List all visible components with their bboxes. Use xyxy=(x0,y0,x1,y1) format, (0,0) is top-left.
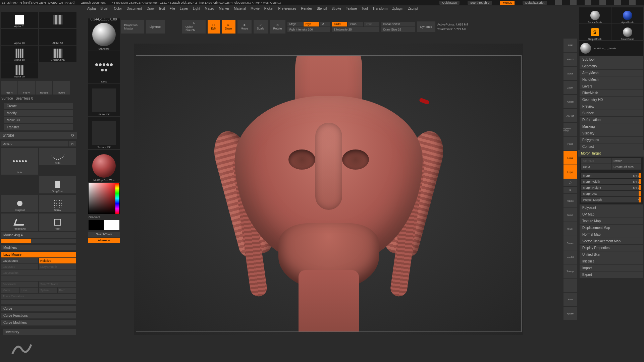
morphtarget-header[interactable]: Morph Target xyxy=(578,150,644,157)
persp-button[interactable]: Dynamic Persp xyxy=(564,123,577,136)
menu-item[interactable]: Movie xyxy=(251,7,260,10)
z-intensity-slider[interactable]: Z Intensity 25 xyxy=(332,27,379,32)
spix-slider[interactable]: SPix 3 xyxy=(564,53,577,66)
tool-simplebrush[interactable]: SSimpleBrush xyxy=(579,24,611,40)
circle-icon[interactable]: ◯ xyxy=(564,179,577,186)
color-swatch-white[interactable] xyxy=(104,220,119,230)
menu-item[interactable]: Alpha xyxy=(87,7,96,10)
window-icon[interactable] xyxy=(570,0,577,5)
maximize-icon[interactable] xyxy=(614,0,621,5)
canvas[interactable]: 0.244,-1.186,0.08 xyxy=(134,44,523,335)
panel-item-visibility[interactable]: Visibility xyxy=(580,130,643,136)
ghost-button[interactable] xyxy=(564,279,577,292)
panel-item-arraymesh[interactable]: ArrayMesh xyxy=(580,70,643,76)
tool-eraserbrush[interactable]: EraserBrush xyxy=(611,24,643,40)
viewport[interactable] xyxy=(136,55,522,332)
make3d-menu[interactable]: Make 3D xyxy=(4,117,73,123)
transfer-menu[interactable]: Transfer xyxy=(4,124,73,130)
stroke-dragdot[interactable]: DragDot xyxy=(1,195,38,212)
panel-item-fibermesh[interactable]: FiberMesh xyxy=(580,90,643,96)
rotate-button[interactable]: Rotate xyxy=(564,236,577,250)
frame-button[interactable]: Frame xyxy=(564,194,577,207)
tool-workflow[interactable]: workflow_L_details xyxy=(579,41,643,56)
morphdist-slider[interactable]: MorphDist xyxy=(581,191,641,196)
inverse-button[interactable]: Invers xyxy=(53,81,70,95)
close-icon[interactable] xyxy=(629,0,636,5)
aahalf-button[interactable]: AAHalf xyxy=(564,109,577,122)
matcap[interactable]: MatCap Red Wax xyxy=(88,150,120,182)
color-swatch-black[interactable] xyxy=(89,220,104,230)
alpha-swatch[interactable]: Alpha 01 xyxy=(1,12,38,28)
quicksave-button[interactable]: QuickSave xyxy=(439,1,460,5)
menu-item[interactable]: Draw xyxy=(147,7,154,10)
alpha-swatch[interactable]: Alpha 59 xyxy=(1,62,38,78)
lazyradius-slider[interactable]: LazyRadius xyxy=(1,270,76,276)
panel-item-masking[interactable]: Masking xyxy=(580,123,643,130)
panel-item-geometry[interactable]: Geometry xyxy=(580,63,643,69)
alpha-swatch[interactable]: Alpha 60 xyxy=(1,46,38,62)
panel-item-preview[interactable]: Preview xyxy=(580,103,643,110)
menu-item[interactable]: Preferences xyxy=(278,7,297,10)
gradient-label[interactable]: Gradient xyxy=(88,215,120,220)
panel-item-polypaint[interactable]: Polypaint xyxy=(580,204,643,211)
modifiers-header[interactable]: Modifiers xyxy=(1,245,76,250)
morph-slider[interactable]: Morphs·v·z xyxy=(581,173,641,178)
menu-item[interactable]: Render xyxy=(301,7,312,10)
storemt-button[interactable]: StoreMT xyxy=(581,158,611,164)
dots-slider[interactable]: Dots. 0 xyxy=(1,141,68,146)
menu-item[interactable]: Edit xyxy=(159,7,165,10)
menu-item[interactable]: Marker xyxy=(219,7,229,10)
mrgb-button[interactable]: Mrgb xyxy=(287,22,303,26)
menu-item[interactable]: Zplugin xyxy=(392,7,404,10)
menu-item[interactable]: Zscript xyxy=(408,7,418,10)
alpha-off[interactable]: Alpha Off xyxy=(88,84,120,116)
lightbox-button[interactable]: LightBox xyxy=(146,20,165,34)
draw-size-slider[interactable]: Draw Size 25 xyxy=(381,27,415,32)
menu-item[interactable]: File xyxy=(170,7,175,10)
solo-button[interactable]: Solo xyxy=(564,293,577,306)
morphheight-slider[interactable]: Morph Heights·v·z xyxy=(581,185,641,190)
linefill-button[interactable]: Line Fill xyxy=(564,250,577,264)
projection-master[interactable]: Projection Master xyxy=(121,20,144,34)
floor-button[interactable]: Floor xyxy=(564,137,577,150)
stroke-spray[interactable]: Spray xyxy=(39,195,76,212)
inventory-section[interactable]: Inventory xyxy=(3,329,76,335)
panel-item-surface[interactable]: Surface xyxy=(580,110,643,116)
panel-item-export[interactable]: Export xyxy=(580,272,643,278)
scroll-button[interactable]: Scroll xyxy=(564,67,577,80)
window-icon[interactable] xyxy=(555,0,562,5)
panel-item-displacement-map[interactable]: Displacement Map xyxy=(580,225,643,231)
zsub-button[interactable]: Zsub xyxy=(348,22,363,26)
lazystep-button[interactable]: LazyStep xyxy=(1,264,38,269)
dynamic-button[interactable]: Dynamic xyxy=(417,21,435,32)
surface-label[interactable]: Surface xyxy=(1,97,13,100)
menu-item[interactable]: Brush xyxy=(101,7,109,10)
menu-item[interactable]: Stroke xyxy=(331,7,341,10)
panel-item-normal-map[interactable]: Normal Map xyxy=(580,231,643,238)
panel-item-vector-displacement-map[interactable]: Vector Displacement Map xyxy=(580,238,643,244)
panel-item-nanomesh[interactable]: NanoMesh xyxy=(580,76,643,83)
stroke-dots[interactable]: Dots xyxy=(39,148,76,165)
stroke-preview[interactable]: Dots xyxy=(88,51,120,83)
stroke-dots[interactable]: Dots xyxy=(1,148,38,175)
xyz-button[interactable]: L.xyz xyxy=(564,165,577,179)
r-button[interactable]: R xyxy=(69,141,76,146)
panel-item-unified-skin[interactable]: Unified Skin xyxy=(580,251,643,258)
menu-item[interactable]: Transform xyxy=(372,7,387,10)
rotate-button[interactable]: Rotate xyxy=(36,81,52,95)
m-button[interactable]: M xyxy=(320,22,330,26)
scale-button[interactable]: Scale xyxy=(564,222,577,236)
bpr-button[interactable]: BPR xyxy=(564,39,577,52)
stroke-dragrect[interactable]: DragRect xyxy=(39,176,76,193)
creatediff-button[interactable]: CreateDiff Mes xyxy=(611,164,641,170)
quick-sketch[interactable]: ✎Quick Sketch xyxy=(182,20,206,34)
panel-item-geometry-hd[interactable]: Geometry HD xyxy=(580,97,643,103)
draw-button[interactable]: ✏Draw xyxy=(222,20,235,34)
delmt-button[interactable]: DelMT xyxy=(581,164,611,170)
path-button[interactable]: Path xyxy=(58,288,76,293)
curve-section[interactable]: Curve xyxy=(1,306,76,311)
zoom-button[interactable]: Zoom xyxy=(564,81,577,94)
spline-button[interactable]: Spline xyxy=(39,288,57,293)
local-button[interactable]: Local xyxy=(564,151,577,165)
menu-item[interactable]: Layer xyxy=(180,7,188,10)
